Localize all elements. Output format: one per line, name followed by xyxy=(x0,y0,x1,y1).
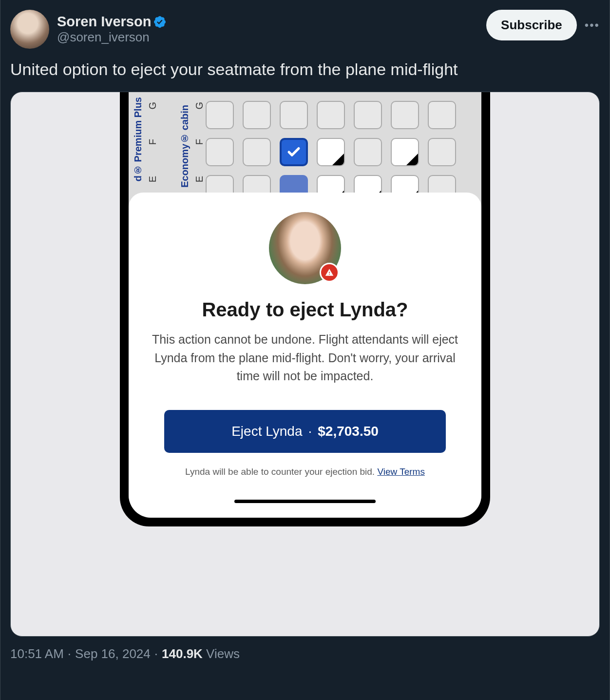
seat[interactable] xyxy=(206,138,234,166)
seat[interactable] xyxy=(428,138,456,166)
home-indicator[interactable] xyxy=(234,500,376,503)
premium-class-label: d® Premium Plus xyxy=(133,97,144,181)
author-avatar[interactable] xyxy=(10,10,49,49)
tweet-card: Soren Iverson @soren_iverson Subscribe •… xyxy=(0,0,610,700)
eject-button-price: $2,703.50 xyxy=(318,424,379,439)
eject-modal: Ready to eject Lynda? This action cannot… xyxy=(129,193,481,518)
author-name[interactable]: Soren Iverson xyxy=(57,14,151,30)
modal-title: Ready to eject Lynda? xyxy=(144,299,466,321)
seat[interactable] xyxy=(243,138,271,166)
seat[interactable] xyxy=(317,101,345,129)
footer-text: Lynda will be able to counter your eject… xyxy=(185,467,377,477)
verified-badge-icon xyxy=(153,15,167,29)
tweet-text: United option to eject your seatmate fro… xyxy=(10,58,600,80)
seat-occupied[interactable] xyxy=(317,138,345,166)
checkmark-icon xyxy=(286,145,301,159)
button-separator: · xyxy=(308,424,312,439)
more-options-icon[interactable]: ••• xyxy=(585,19,600,32)
seat-map: d® Premium Plus G F E Economy® cabin G F… xyxy=(129,92,481,207)
eject-button[interactable]: Eject Lynda · $2,703.50 xyxy=(164,410,446,453)
alert-badge-icon xyxy=(320,263,339,282)
seat[interactable] xyxy=(391,101,419,129)
passenger-avatar xyxy=(269,212,341,284)
views-label: Views xyxy=(206,646,240,661)
user-block[interactable]: Soren Iverson @soren_iverson xyxy=(10,10,167,49)
tweet-date[interactable]: Sep 16, 2024 xyxy=(75,646,151,661)
row-letter: E xyxy=(194,176,205,182)
author-handle[interactable]: @soren_iverson xyxy=(57,30,167,45)
seat-selected-user[interactable] xyxy=(280,138,308,166)
seat[interactable] xyxy=(280,101,308,129)
tweet-header: Soren Iverson @soren_iverson Subscribe •… xyxy=(10,10,600,49)
phone-frame: d® Premium Plus G F E Economy® cabin G F… xyxy=(120,92,490,526)
meta-separator: · xyxy=(154,646,158,661)
row-letter: F xyxy=(147,139,158,145)
modal-body-text: This action cannot be undone. Flight att… xyxy=(144,331,466,386)
seat[interactable] xyxy=(206,101,234,129)
subscribe-button[interactable]: Subscribe xyxy=(486,10,577,40)
row-letter: G xyxy=(194,102,205,110)
modal-footer: Lynda will be able to counter your eject… xyxy=(144,467,466,477)
row-letter: G xyxy=(147,102,158,110)
views-count[interactable]: 140.9K xyxy=(162,646,203,661)
seat[interactable] xyxy=(354,138,382,166)
tweet-timestamp[interactable]: 10:51 AM xyxy=(10,646,64,661)
seat[interactable] xyxy=(428,101,456,129)
seat[interactable] xyxy=(243,101,271,129)
meta-separator: · xyxy=(68,646,71,661)
seat-occupied[interactable] xyxy=(391,138,419,166)
economy-class-label: Economy® cabin xyxy=(179,105,191,188)
view-terms-link[interactable]: View Terms xyxy=(377,467,425,477)
seat[interactable] xyxy=(354,101,382,129)
tweet-meta: 10:51 AM · Sep 16, 2024 · 140.9K Views xyxy=(10,646,600,661)
row-letter: E xyxy=(147,176,158,182)
tweet-media[interactable]: d® Premium Plus G F E Economy® cabin G F… xyxy=(10,92,600,637)
phone-screen: d® Premium Plus G F E Economy® cabin G F… xyxy=(129,92,481,518)
eject-button-label: Eject Lynda xyxy=(231,424,302,439)
row-letter: F xyxy=(194,139,205,145)
